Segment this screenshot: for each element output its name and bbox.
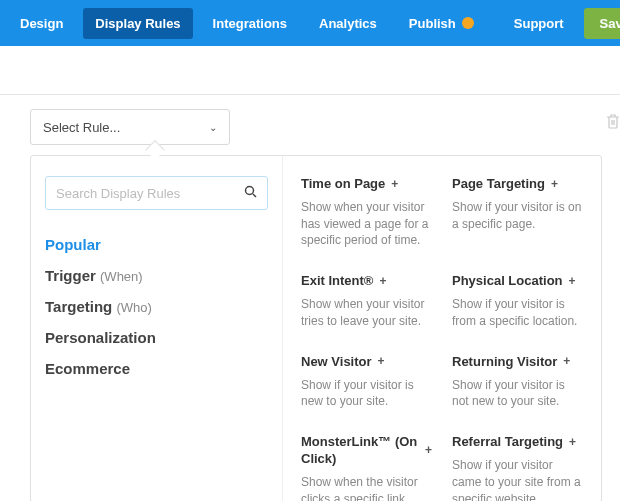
rule-title: Exit Intent® + [301,273,432,290]
rule-new-visitor[interactable]: New Visitor + Show if your visitor is ne… [301,354,432,410]
category-targeting[interactable]: Targeting (Who) [45,296,268,317]
rule-select-dropdown[interactable]: Select Rule... ⌄ [30,109,230,145]
svg-point-0 [246,187,254,195]
category-ecommerce[interactable]: Ecommerce [45,358,268,379]
rule-desc: Show when your visitor tries to leave yo… [301,296,432,330]
rule-returning-visitor[interactable]: Returning Visitor + Show if your visitor… [452,354,583,410]
rule-select: Select Rule... ⌄ [30,109,230,145]
category-label: Personalization [45,329,156,346]
rule-desc: Show if your visitor came to your site f… [452,457,583,501]
trash-icon [606,115,620,132]
rule-picker: Popular Trigger (When) Targeting (Who) P… [30,155,602,501]
top-nav: Design Display Rules Integrations Analyt… [0,0,620,46]
rule-desc: Show if your visitor is new to your site… [301,377,432,411]
rule-desc: Show if your visitor is from a specific … [452,296,583,330]
rule-desc: Show if your visitor is on a specific pa… [452,199,583,233]
search-input[interactable] [56,186,244,201]
rule-title-text: Referral Targeting [452,434,563,451]
rule-title: Returning Visitor + [452,354,583,371]
rule-title: Page Targeting + [452,176,583,193]
search-icon [244,185,257,201]
category-label: Trigger [45,267,96,284]
plus-icon: + [391,177,398,193]
rule-title-text: Physical Location [452,273,563,290]
plus-icon: + [378,354,385,370]
rule-monsterlink[interactable]: MonsterLink™ (On Click) + Show when the … [301,434,432,501]
category-label: Targeting [45,298,112,315]
nav-label: Analytics [319,16,377,31]
rule-grid: Time on Page + Show when your visitor ha… [283,156,601,501]
rule-title: Physical Location + [452,273,583,290]
rule-categories-column: Popular Trigger (When) Targeting (Who) P… [31,156,283,501]
rule-title-text: MonsterLink™ (On Click) [301,434,419,468]
rule-select-placeholder: Select Rule... [43,120,120,135]
category-sub: (Who) [116,300,151,315]
category-trigger[interactable]: Trigger (When) [45,265,268,286]
svg-line-1 [253,194,256,197]
rule-title: Referral Targeting + [452,434,583,451]
rule-physical-location[interactable]: Physical Location + Show if your visitor… [452,273,583,329]
rule-desc: Show if your visitor is not new to your … [452,377,583,411]
rule-desc: Show when your visitor has viewed a page… [301,199,432,249]
rule-referral-targeting[interactable]: Referral Targeting + Show if your visito… [452,434,583,501]
nav-tab-support[interactable]: Support [502,8,576,39]
plus-icon: + [569,435,576,451]
rule-exit-intent[interactable]: Exit Intent® + Show when your visitor tr… [301,273,432,329]
panel: ‹ Select Rule... ⌄ [0,95,620,501]
plus-icon: + [425,443,432,459]
chevron-down-icon: ⌄ [209,122,217,133]
nav-label: Publish [409,16,456,31]
rule-time-on-page[interactable]: Time on Page + Show when your visitor ha… [301,176,432,249]
nav-label: Integrations [213,16,287,31]
notification-badge-icon [462,17,474,29]
plus-icon: + [551,177,558,193]
nav-tab-analytics[interactable]: Analytics [307,8,389,39]
save-button[interactable]: Save [584,8,620,39]
search-box [45,176,268,210]
delete-button[interactable] [606,113,620,133]
rule-title-text: New Visitor [301,354,372,371]
category-personalization[interactable]: Personalization [45,327,268,348]
rule-title-text: Time on Page [301,176,385,193]
save-label: Save [600,16,620,31]
plus-icon: + [563,354,570,370]
rule-page-targeting[interactable]: Page Targeting + Show if your visitor is… [452,176,583,249]
nav-label: Support [514,16,564,31]
rule-desc: Show when the visitor clicks a specific … [301,474,432,501]
nav-tab-publish[interactable]: Publish [397,8,486,39]
category-sub: (When) [100,269,143,284]
nav-tab-display-rules[interactable]: Display Rules [83,8,192,39]
rule-title: Time on Page + [301,176,432,193]
rule-title-text: Exit Intent® [301,273,373,290]
category-label: Popular [45,236,101,253]
rule-title: New Visitor + [301,354,432,371]
category-list: Popular Trigger (When) Targeting (Who) P… [45,234,268,379]
nav-label: Display Rules [95,16,180,31]
rule-title-text: Returning Visitor [452,354,557,371]
plus-icon: + [569,274,576,290]
nav-label: Design [20,16,63,31]
rule-title-text: Page Targeting [452,176,545,193]
nav-tab-design[interactable]: Design [8,8,75,39]
nav-tab-integrations[interactable]: Integrations [201,8,299,39]
category-label: Ecommerce [45,360,130,377]
rule-title: MonsterLink™ (On Click) + [301,434,432,468]
category-popular[interactable]: Popular [45,234,268,255]
plus-icon: + [379,274,386,290]
